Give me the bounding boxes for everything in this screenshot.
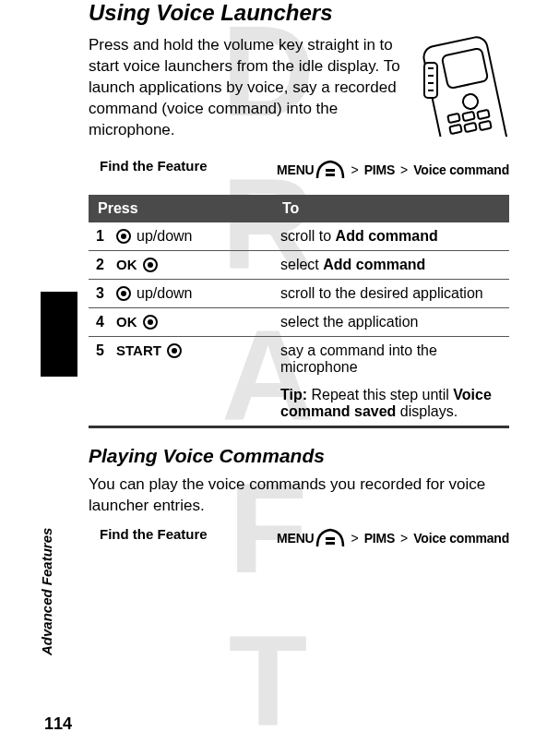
svg-rect-1	[442, 48, 489, 89]
press-text: up/down	[137, 285, 193, 302]
path-sep: >	[351, 162, 358, 177]
table-row: 3 up/down scroll to the desired applicat…	[89, 279, 509, 307]
svg-rect-10	[477, 110, 489, 119]
step-number: 4	[96, 314, 111, 330]
menu-path-1: MENU > PIMS > Voice command	[277, 158, 509, 182]
find-feature-label: Find the Feature	[100, 158, 229, 174]
page-number: 114	[44, 714, 72, 734]
steps-table: Press To 1 up/down scroll to Add command	[89, 195, 509, 428]
nav-key-icon	[143, 258, 158, 272]
find-feature-label: Find the Feature	[100, 526, 229, 542]
to-text: say a command into the microphone	[280, 342, 437, 375]
step-number: 1	[96, 228, 111, 245]
col-to: To	[273, 195, 509, 222]
svg-rect-13	[479, 121, 491, 130]
to-text: select	[280, 257, 323, 272]
path-voice-command: Voice command	[413, 531, 509, 546]
tip-text-after: displays.	[396, 403, 458, 419]
table-row: 2 OK select Add command	[89, 250, 509, 279]
to-text: select the application	[280, 314, 418, 330]
find-the-feature-row-1: Find the Feature MENU > PIMS > Voice com…	[100, 158, 509, 182]
path-pims: PIMS	[364, 162, 395, 177]
nav-key-icon	[167, 343, 182, 358]
path-sep: >	[351, 531, 358, 546]
svg-rect-11	[449, 125, 461, 134]
menu-key-icon	[315, 526, 345, 550]
path-pims: PIMS	[364, 531, 395, 546]
table-row-tip: Tip: Repeat this step until Voice comman…	[89, 381, 509, 427]
to-text: scroll to	[280, 228, 336, 244]
svg-rect-16	[326, 537, 335, 540]
softkey-label: OK	[116, 314, 137, 330]
section-title-playing: Playing Voice Commands	[89, 445, 509, 467]
table-row: 4 OK select the application	[89, 307, 509, 336]
nav-key-icon	[116, 229, 131, 244]
step-number: 2	[96, 257, 111, 273]
softkey-label: START	[116, 342, 161, 358]
nav-key-icon	[116, 286, 131, 301]
svg-point-7	[462, 93, 480, 111]
path-sep: >	[400, 531, 408, 546]
phone-illustration	[417, 35, 509, 137]
menu-path-2: MENU > PIMS > Voice command	[277, 526, 509, 550]
step-number: 5	[96, 342, 111, 359]
svg-rect-15	[326, 174, 335, 176]
menu-label: MENU	[277, 531, 314, 546]
col-press: Press	[89, 195, 273, 222]
to-text: scroll to the desired application	[280, 285, 483, 301]
tip-label: Tip:	[280, 387, 307, 402]
to-bold: Add command	[336, 228, 438, 244]
table-row: 1 up/down scroll to Add command	[89, 222, 509, 251]
menu-label: MENU	[277, 162, 314, 177]
nav-key-icon	[143, 315, 158, 330]
playing-paragraph: You can play the voice commands you reco…	[89, 474, 509, 517]
step-number: 3	[96, 285, 111, 302]
find-the-feature-row-2: Find the Feature MENU > PIMS > Voice com…	[100, 526, 509, 550]
svg-rect-8	[447, 114, 459, 123]
path-sep: >	[400, 162, 408, 177]
table-row: 5 START say a command into the microphon…	[89, 336, 509, 381]
to-bold: Add command	[323, 257, 425, 272]
page-content: Using Voice Launchers Press and hold the…	[0, 0, 535, 550]
menu-key-icon	[315, 158, 345, 182]
svg-rect-9	[462, 112, 474, 121]
svg-rect-17	[326, 542, 335, 545]
section-title-voice-launchers: Using Voice Launchers	[89, 0, 509, 26]
tip-text-before: Repeat this step until	[307, 387, 453, 402]
softkey-label: OK	[116, 257, 137, 272]
path-voice-command: Voice command	[413, 162, 509, 177]
svg-rect-14	[326, 169, 335, 172]
svg-rect-12	[464, 123, 476, 132]
press-text: up/down	[137, 228, 193, 245]
